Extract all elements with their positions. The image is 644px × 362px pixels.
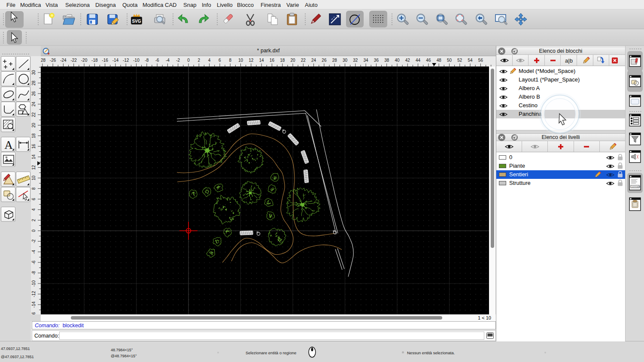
svg-text:52: 52 [457,58,462,63]
svg-text:30: 30 [31,70,36,75]
svg-text:12: 12 [31,165,36,170]
svg-text:4: 4 [31,208,36,211]
svg-text:-6: -6 [155,58,159,63]
svg-text:2: 2 [198,58,200,63]
svg-text:10: 10 [31,175,36,181]
svg-text:44: 44 [416,58,421,63]
svg-text:56: 56 [478,58,483,63]
svg-text:46: 46 [426,58,431,63]
svg-text:-2: -2 [176,58,180,63]
svg-text:32: 32 [353,58,358,63]
svg-text:18: 18 [31,133,36,139]
svg-text:16: 16 [31,144,36,149]
svg-text:18: 18 [280,58,285,63]
svg-text:-26: -26 [50,58,56,63]
svg-text:38: 38 [384,58,389,63]
svg-text:-10: -10 [31,280,36,287]
svg-text:12: 12 [249,58,254,63]
svg-text:-6: -6 [31,260,36,264]
svg-text:6: 6 [31,198,36,200]
svg-text:6: 6 [219,58,221,63]
svg-text:42: 42 [405,58,410,63]
svg-text:2: 2 [31,219,36,221]
svg-text:22: 22 [301,58,306,63]
svg-text:a|b: a|b [565,57,573,64]
svg-text:10: 10 [238,58,243,63]
svg-text:14: 14 [259,58,264,63]
svg-text:-16: -16 [31,312,36,314]
svg-text:-22: -22 [70,58,77,63]
svg-text:-12: -12 [31,291,36,297]
svg-text:-10: -10 [133,58,140,63]
svg-text:8: 8 [31,187,36,190]
svg-text:28: 28 [31,81,36,86]
svg-text:40: 40 [395,58,400,63]
svg-text:22: 22 [31,112,36,117]
svg-text:24: 24 [311,58,316,63]
svg-text:-4: -4 [31,250,36,253]
svg-text:-14: -14 [31,302,36,308]
svg-text:-28: -28 [41,58,46,63]
svg-text:0: 0 [31,229,36,232]
svg-text:28: 28 [332,58,337,63]
svg-text:SVG: SVG [132,19,141,24]
svg-text:48: 48 [437,58,442,63]
svg-text:26: 26 [31,91,36,96]
svg-text:0: 0 [187,58,190,63]
svg-text:-4: -4 [166,58,170,63]
svg-text:16: 16 [270,58,275,63]
svg-text:34: 34 [364,58,369,63]
svg-text:54: 54 [468,58,473,63]
svg-text:26: 26 [322,58,327,63]
svg-text:-20: -20 [81,58,88,63]
svg-text:20: 20 [31,123,36,128]
svg-text:4: 4 [208,58,211,63]
svg-text:50: 50 [447,58,452,63]
svg-text:-16: -16 [102,58,108,63]
svg-text:-14: -14 [112,58,119,63]
svg-text:-18: -18 [91,58,98,63]
svg-text:-24: -24 [60,58,67,63]
svg-text:-8: -8 [31,271,36,275]
svg-text:command: command [632,186,640,188]
svg-text:24: 24 [31,102,36,107]
svg-text:20: 20 [290,58,295,63]
svg-text:-8: -8 [145,58,149,63]
svg-text:-12: -12 [123,58,129,63]
svg-text:14: 14 [31,154,36,160]
svg-text:36: 36 [374,58,379,63]
svg-text:-2: -2 [31,239,36,243]
svg-text:30: 30 [343,58,348,63]
svg-text:8: 8 [229,58,231,63]
